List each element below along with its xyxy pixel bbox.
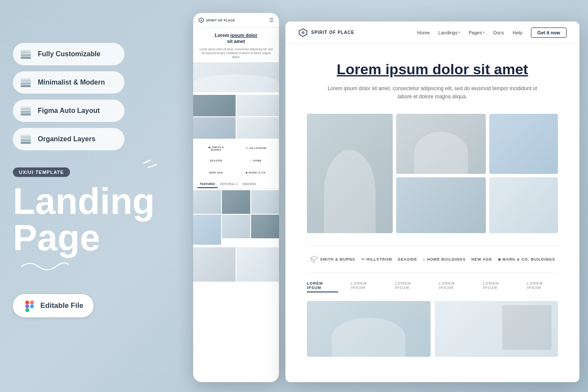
mobile-gallery-6 <box>251 215 279 238</box>
svg-rect-13 <box>21 139 31 141</box>
mobile-tab-featured[interactable]: FEATURED <box>197 181 218 188</box>
svg-rect-3 <box>21 50 31 52</box>
desktop-brand-text: SPIRIT OF PLACE <box>311 30 355 35</box>
mobile-nav: SPIRIT OF PLACE ☰ <box>193 13 279 28</box>
svg-rect-10 <box>21 113 31 115</box>
left-panel: Fully Customizable Minimalist & Modern <box>0 0 185 392</box>
mobile-gallery-4 <box>193 215 221 245</box>
mobile-logo-text-5: NEW AGE <box>209 171 223 174</box>
arch-shape-2 <box>414 132 468 174</box>
svg-line-16 <box>144 160 150 163</box>
nav-landings[interactable]: Landings ▾ <box>438 30 460 35</box>
mobile-image-5 <box>236 117 279 139</box>
svg-rect-2 <box>21 57 31 59</box>
desktop-image-top-center <box>396 114 486 174</box>
svg-rect-7 <box>21 78 31 80</box>
mobile-gallery-1 <box>193 190 221 214</box>
svg-rect-9 <box>21 111 31 113</box>
wave-accent-icon <box>17 258 69 271</box>
layers-icon-2 <box>19 76 33 89</box>
mobile-gallery-2 <box>222 190 250 214</box>
mobile-mockup: SPIRIT OF PLACE ☰ Lorem ipsum dolorsit a… <box>193 13 279 382</box>
mobile-logo-text-4: ⌂ HOME <box>250 159 261 162</box>
desktop-logo-6: ◈ MARK & CO. BUILDINGS <box>498 257 555 261</box>
svg-point-24 <box>200 19 202 21</box>
svg-rect-22 <box>25 308 29 312</box>
mobile-logo-text-1: ⛰ SMITH &BURNS <box>208 146 224 151</box>
feature-label-1: Fully Customizable <box>38 50 100 58</box>
desktop-tab-3[interactable]: LOREM IPSUM <box>395 281 426 292</box>
building-decoration <box>502 305 552 350</box>
desktop-tab-5[interactable]: LOREM IPSUM <box>483 281 514 292</box>
mobile-tab-wedding[interactable]: WEDDING <box>240 181 258 188</box>
nav-pages[interactable]: Pages ▾ <box>469 30 485 35</box>
features-list: Fully Customizable Minimalist & Modern <box>13 43 172 150</box>
mobile-hero-title: Lorem ipsum dolorsit amet <box>198 32 274 45</box>
svg-rect-6 <box>21 85 31 87</box>
svg-rect-19 <box>30 301 34 304</box>
arch-shape-1 <box>324 150 376 234</box>
figma-logo-icon <box>23 299 36 312</box>
desktop-tab-2[interactable]: LOREM IPSUM <box>351 281 382 292</box>
title-block: UX/UI TEMPLATE Landing Page <box>13 167 172 273</box>
desktop-brand: SPIRIT OF PLACE <box>298 28 355 37</box>
desktop-image-bottom-right <box>489 177 558 233</box>
desktop-brand-icon <box>298 28 308 37</box>
desktop-logo-1: SMITH & BURNS <box>310 255 355 264</box>
feature-organized-layers: Organized Layers <box>13 128 124 150</box>
mobile-logo-6: ◈ MARK & CO. <box>237 168 275 177</box>
desktop-image-bottom-center <box>396 177 486 233</box>
svg-rect-14 <box>21 142 31 144</box>
editable-file-badge: Editable File <box>13 294 94 317</box>
mobile-logo-4: ⌂ HOME <box>237 156 275 165</box>
nav-docs[interactable]: Docs <box>493 30 504 35</box>
mobile-logo-3: SEASIDE <box>197 156 235 165</box>
mobile-image-grid <box>193 93 279 140</box>
mobile-hero: Lorem ipsum dolorsit amet Lorem ipsum do… <box>193 28 279 61</box>
desktop-bottom-images <box>307 301 558 357</box>
desktop-image-grid <box>307 114 558 233</box>
desktop-tab-1[interactable]: LOREM IPSUM <box>307 281 338 292</box>
svg-rect-11 <box>21 106 31 109</box>
svg-line-17 <box>148 164 157 167</box>
editable-file-label: Editable File <box>40 301 83 310</box>
layers-icon-4 <box>19 132 33 146</box>
feature-label-2: Minimalist & Modern <box>38 79 105 86</box>
svg-rect-1 <box>21 54 31 56</box>
layers-icon-1 <box>19 47 33 61</box>
mobile-image-4 <box>193 117 236 139</box>
nav-help[interactable]: Help <box>512 30 522 35</box>
desktop-tab-6[interactable]: LOREM IPSUM <box>527 281 558 292</box>
svg-rect-20 <box>25 304 29 308</box>
nav-home[interactable]: Home <box>417 30 430 35</box>
svg-rect-5 <box>21 82 31 85</box>
mobile-logo-5: NEW AGE <box>197 168 235 177</box>
desktop-mockup: SPIRIT OF PLACE Home Landings ▾ Pages ▾ … <box>285 21 579 382</box>
ux-badge: UX/UI TEMPLATE <box>13 167 70 177</box>
main-title-line1: Landing <box>13 183 172 219</box>
desktop-tabs: LOREM IPSUM LOREM IPSUM LOREM IPSUM LORE… <box>307 281 558 292</box>
desktop-logo-2: 〜 HILLSTROM <box>361 257 392 262</box>
mobile-brand-icon <box>198 17 204 23</box>
mobile-brand-text: SPIRIT OF PLACE <box>206 19 235 22</box>
feature-figma-auto-layout: Figma Auto Layout <box>13 100 124 122</box>
mobile-gallery-3 <box>251 190 279 214</box>
feature-label-3: Figma Auto Layout <box>38 107 100 115</box>
desktop-hero-title: Lorem ipsum dolor sit amet <box>307 61 558 78</box>
mobile-tab-editorial[interactable]: EDITORIAL 1 <box>218 181 240 188</box>
mobile-menu-icon[interactable]: ☰ <box>269 17 274 23</box>
svg-marker-28 <box>311 258 314 263</box>
desktop-hero-body: Lorem ipsum dolor sit amet, consectetur … <box>325 85 540 101</box>
mobile-image-1 <box>193 62 279 92</box>
desktop-bottom-image-1 <box>307 301 430 357</box>
desktop-tab-4[interactable]: LOREM IPSUM <box>439 281 470 292</box>
feature-fully-customizable: Fully Customizable <box>13 43 124 65</box>
svg-point-26 <box>302 31 305 34</box>
mobile-logos: ⛰ SMITH &BURNS 〜 HILLSTROM SEASIDE ⌂ HOM… <box>193 140 279 181</box>
nav-cta-button[interactable]: Get it now <box>531 27 567 38</box>
layers-icon-3 <box>19 104 33 118</box>
mobile-bottom-image-2 <box>236 247 279 282</box>
logo-icon-1 <box>310 255 318 264</box>
mobile-logo-1: ⛰ SMITH &BURNS <box>197 144 235 153</box>
mobile-image-3 <box>236 95 279 116</box>
